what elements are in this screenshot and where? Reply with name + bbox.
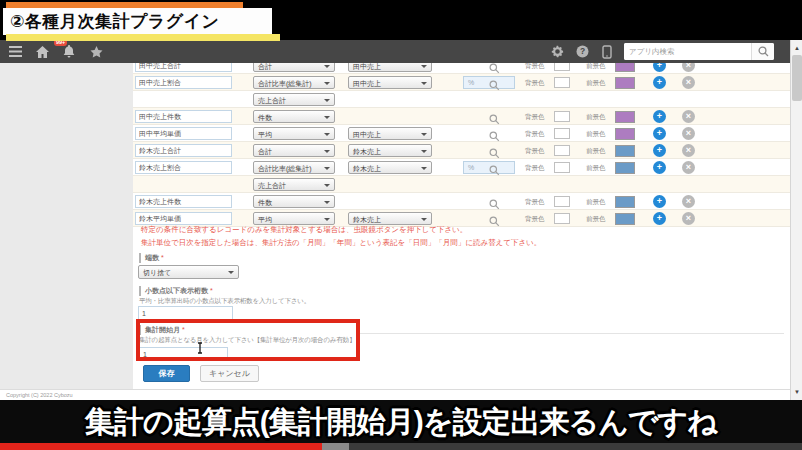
scrollbar-thumb[interactable] <box>792 55 802 101</box>
note-condition: 特定の条件に合致するレコードのみを集計対象とする場合は、虫眼鏡ボタンを押下して下… <box>141 225 467 235</box>
method-dropdown[interactable]: 合計 <box>253 144 335 157</box>
section-divider <box>360 333 784 334</box>
video-subtitle-band: 集計の起算点(集計開始月)を設定出来るんですね <box>0 400 802 450</box>
add-row-icon[interactable]: + <box>653 144 666 157</box>
text-cursor <box>196 340 204 352</box>
copyright-text: Copyright (C) 2022 Cybozu <box>6 392 73 398</box>
add-row-icon[interactable]: + <box>653 110 666 123</box>
background-color-swatch[interactable] <box>554 213 570 224</box>
mobile-device-icon[interactable] <box>599 44 615 60</box>
background-color-swatch[interactable] <box>554 63 570 71</box>
delete-row-icon[interactable]: × <box>682 161 695 174</box>
target-field-dropdown[interactable]: 田中売上 <box>348 76 432 89</box>
method-dropdown[interactable]: 合計 <box>253 63 335 72</box>
video-subtitle: 集計の起算点(集計開始月)を設定出来るんですね <box>85 402 717 448</box>
add-row-icon[interactable]: + <box>653 127 666 140</box>
app-search-input[interactable] <box>624 43 751 60</box>
foreground-color-swatch[interactable] <box>615 63 635 72</box>
foreground-color-swatch[interactable] <box>615 145 635 157</box>
row-name-input[interactable] <box>135 63 232 72</box>
add-row-icon[interactable]: + <box>653 76 666 89</box>
row-name-input[interactable] <box>135 212 232 225</box>
background-color-swatch[interactable] <box>554 77 570 88</box>
delete-row-icon[interactable]: × <box>682 110 695 123</box>
decimals-help: 平均・比率算出時の小数点以下表示桁数を入力して下さい。 <box>139 297 310 306</box>
foreground-color-swatch[interactable] <box>615 128 635 140</box>
target-field-dropdown[interactable]: 田中売上 <box>348 127 432 140</box>
method-dropdown[interactable]: 平均 <box>253 212 335 225</box>
background-color-label: 背景色 <box>525 198 545 207</box>
row-name-input[interactable] <box>135 161 232 174</box>
target-field-dropdown[interactable]: 鈴木売上 <box>348 161 432 174</box>
title-card-yellow-bar <box>6 34 280 41</box>
foreground-color-label: 前景色 <box>586 113 606 122</box>
aggregation-subrow: 売上合計 <box>133 176 790 193</box>
page-scrollbar[interactable]: ▲ ▼ <box>790 40 802 400</box>
method-dropdown[interactable]: 件数 <box>253 195 335 208</box>
delete-row-icon[interactable]: × <box>682 63 695 72</box>
rounding-dropdown[interactable]: 切り捨て <box>138 265 239 279</box>
background-color-swatch[interactable] <box>554 111 570 122</box>
foreground-color-swatch[interactable] <box>615 162 635 174</box>
method-dropdown[interactable]: 合計比率(総集計) <box>253 76 335 89</box>
method-dropdown[interactable]: 件数 <box>253 110 335 123</box>
search-submit-button[interactable] <box>751 43 774 60</box>
method-dropdown[interactable]: 合計比率(総集計) <box>253 161 335 174</box>
delete-row-icon[interactable]: × <box>682 127 695 140</box>
foreground-color-swatch[interactable] <box>615 111 635 123</box>
aggregation-row: 合計 鈴木売上 背景色 前景色 + × <box>133 142 790 159</box>
video-progress-bar[interactable] <box>0 443 802 450</box>
delete-row-icon[interactable]: × <box>682 76 695 89</box>
aggregation-row: 件数 背景色 前景色 + × <box>133 108 790 125</box>
foreground-color-swatch[interactable] <box>615 213 635 225</box>
foreground-color-swatch[interactable] <box>615 77 635 89</box>
background-color-swatch[interactable] <box>554 162 570 173</box>
save-button[interactable]: 保存 <box>143 365 190 382</box>
delete-row-icon[interactable]: × <box>682 195 695 208</box>
settings-gear-icon[interactable] <box>549 44 565 60</box>
scroll-up-arrow[interactable]: ▲ <box>791 42 802 54</box>
aggregation-row: 合計比率(総集計) 田中売上 % 背景色 前景色 + × <box>133 74 790 91</box>
row-name-input[interactable] <box>135 110 232 123</box>
foreground-color-label: 前景色 <box>586 63 606 71</box>
target-field-dropdown[interactable]: 鈴木売上 <box>348 212 432 225</box>
search-icon[interactable] <box>489 213 500 231</box>
home-icon[interactable] <box>34 44 50 60</box>
add-row-icon[interactable]: + <box>653 63 666 72</box>
aggregation-row: 合計比率(総集計) 鈴木売上 % 背景色 前景色 + × <box>133 159 790 176</box>
video-title: ②各種月次集計プラグイン <box>3 10 219 33</box>
method-dropdown[interactable]: 平均 <box>253 127 335 140</box>
background-color-swatch[interactable] <box>554 145 570 156</box>
background-color-swatch[interactable] <box>554 196 570 207</box>
cancel-button[interactable]: キャンセル <box>200 365 259 382</box>
rounding-label: 端数* <box>139 253 164 263</box>
help-icon[interactable]: ? <box>574 44 590 60</box>
scroll-down-arrow[interactable]: ▼ <box>791 386 802 398</box>
aggregation-row: 件数 背景色 前景色 + × <box>133 193 790 210</box>
delete-row-icon[interactable]: × <box>682 144 695 157</box>
delete-row-icon[interactable]: × <box>682 212 695 225</box>
notifications-bell-icon[interactable]: 99+ <box>61 44 77 60</box>
aggregation-row: 合計 田中売上 背景色 前景色 + × <box>133 63 790 74</box>
add-row-icon[interactable]: + <box>653 161 666 174</box>
target-field-dropdown[interactable]: 田中売上 <box>348 63 432 72</box>
row-name-input[interactable] <box>135 76 232 89</box>
target-field-dropdown[interactable]: 鈴木売上 <box>348 144 432 157</box>
denominator-dropdown[interactable]: 売上合計 <box>253 93 335 106</box>
add-row-icon[interactable]: + <box>653 212 666 225</box>
foreground-color-swatch[interactable] <box>615 196 635 208</box>
foreground-color-label: 前景色 <box>586 130 606 139</box>
note-daily-unit: 集計単位で日次を指定した場合は、集計方法の「月間」「年間」という表記を「日間」「… <box>141 238 541 248</box>
row-name-input[interactable] <box>135 195 232 208</box>
add-row-icon[interactable]: + <box>653 195 666 208</box>
decimals-input[interactable] <box>138 306 233 320</box>
background-color-swatch[interactable] <box>554 128 570 139</box>
row-name-input[interactable] <box>135 144 232 157</box>
hamburger-menu-icon[interactable] <box>7 44 23 60</box>
annotation-highlight-box <box>136 319 360 361</box>
row-name-input[interactable] <box>135 127 232 140</box>
favorites-star-icon[interactable] <box>88 44 104 60</box>
background-color-label: 背景色 <box>525 113 545 122</box>
denominator-dropdown[interactable]: 売上合計 <box>253 178 335 191</box>
left-gutter <box>0 63 133 389</box>
